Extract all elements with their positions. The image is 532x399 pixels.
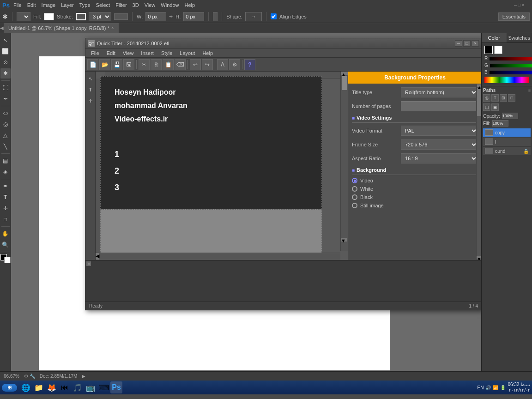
paths-tool2[interactable]: T bbox=[491, 94, 499, 102]
taskbar-video-icon[interactable]: 📺 bbox=[85, 381, 97, 393]
qt-frame-size-select[interactable]: 720 x 576 bbox=[401, 139, 478, 150]
qt-select-tool[interactable]: ↖ bbox=[85, 73, 96, 84]
pen-tool[interactable]: ✒ bbox=[0, 181, 11, 191]
qt-copy-btn[interactable]: ⎘ bbox=[151, 59, 162, 70]
qt-menu-insert[interactable]: Insert bbox=[137, 48, 157, 58]
qt-props-scroll-down[interactable]: ▼ bbox=[477, 256, 481, 259]
menu-file[interactable]: File bbox=[13, 2, 22, 8]
layer-item-l[interactable]: l bbox=[483, 138, 531, 146]
qt-menu-style[interactable]: Style bbox=[157, 48, 176, 58]
paths-tool5[interactable]: ◫ bbox=[483, 103, 490, 111]
qt-new-btn[interactable]: 📄 bbox=[87, 59, 98, 70]
stroke-style[interactable] bbox=[114, 13, 128, 20]
qt-maximize-btn[interactable]: □ bbox=[463, 40, 471, 47]
crop-tool[interactable]: ⛶ bbox=[0, 83, 11, 93]
qt-save-btn[interactable]: 💾 bbox=[111, 59, 122, 70]
qt-props-scroll-up[interactable]: ▲ bbox=[477, 85, 482, 87]
zoom-tool[interactable]: 🔍 bbox=[0, 240, 11, 250]
taskbar-music-icon[interactable]: 🎵 bbox=[72, 381, 84, 393]
qt-canvas-black[interactable]: Hoseyn Hadipoor mohammad Anvaran Video-e… bbox=[100, 76, 322, 209]
tabs-scroll-left[interactable]: ◀ bbox=[0, 23, 4, 33]
layer-item-copy[interactable]: copy bbox=[483, 128, 531, 137]
clone-tool[interactable]: ◎ bbox=[0, 119, 11, 129]
color-tab[interactable]: Color bbox=[482, 33, 507, 42]
qt-scroll-down-btn[interactable]: ▼ bbox=[341, 238, 347, 242]
layer-item-ound[interactable]: ound 🔒 bbox=[483, 147, 531, 155]
qt-help-btn[interactable]: ? bbox=[244, 59, 255, 70]
paths-tool3[interactable]: ⊞ bbox=[500, 94, 507, 102]
qt-type-tool[interactable]: T bbox=[85, 85, 96, 95]
taskbar-volume-icon[interactable]: 🔊 bbox=[485, 385, 491, 390]
qt-move-tool[interactable]: ✛ bbox=[85, 96, 96, 106]
taskbar-clock[interactable]: 06:32 ب.ظ ۲۰۱۴/۱۲/۰۲ bbox=[508, 381, 530, 393]
qt-open-btn[interactable]: 📂 bbox=[99, 59, 110, 70]
menu-3d[interactable]: 3D bbox=[133, 2, 139, 8]
menu-image[interactable]: Image bbox=[42, 2, 56, 8]
taskbar-ie-icon[interactable]: 🌐 bbox=[20, 381, 32, 393]
qt-aspect-ratio-select[interactable]: 16 : 9 bbox=[401, 153, 478, 163]
qt-props-scrollbar[interactable]: ▲ ▼ bbox=[476, 84, 481, 260]
g-slider[interactable] bbox=[490, 64, 532, 67]
qt-bg-black-radio[interactable] bbox=[352, 194, 357, 200]
paths-tool4[interactable]: □ bbox=[508, 94, 515, 102]
qt-scroll-thumb[interactable] bbox=[342, 76, 347, 90]
qt-menu-view[interactable]: View bbox=[119, 48, 138, 58]
b-slider[interactable] bbox=[490, 71, 532, 74]
qt-bottom-close-btn[interactable]: × bbox=[86, 261, 91, 266]
taskbar-battery-icon[interactable]: 🔋 bbox=[500, 385, 506, 390]
qt-delete-btn[interactable]: ⌫ bbox=[175, 59, 186, 70]
taskbar-network-icon[interactable]: 📶 bbox=[493, 385, 498, 390]
arrow-icon[interactable]: ▶ bbox=[82, 374, 85, 379]
menu-window[interactable]: Window bbox=[161, 2, 179, 8]
qt-scrollbar-vertical[interactable]: ▲ ▼ bbox=[340, 72, 348, 251]
menu-type[interactable]: Type bbox=[79, 2, 91, 8]
qt-save-as-btn[interactable]: 🖫 bbox=[123, 59, 134, 70]
qt-bg-white-radio[interactable] bbox=[352, 186, 357, 192]
essentials-button[interactable]: Essentials bbox=[498, 12, 530, 21]
qt-title-type-select[interactable]: Roll(from bottom) bbox=[401, 87, 478, 97]
paths-tool1[interactable]: ◎ bbox=[483, 94, 490, 102]
menu-filter[interactable]: Filter bbox=[115, 2, 127, 8]
status-icons[interactable]: ⚙ 🔧 bbox=[24, 374, 35, 379]
qt-paste-btn[interactable]: 📋 bbox=[163, 59, 174, 70]
marquee-tool[interactable]: ⬜ bbox=[0, 46, 11, 56]
menu-select[interactable]: Select bbox=[96, 2, 110, 8]
move-tool[interactable]: ↖ bbox=[0, 35, 11, 45]
brush-tool[interactable]: ⬭ bbox=[0, 108, 11, 118]
qt-menu-file[interactable]: File bbox=[87, 48, 103, 58]
menu-layer[interactable]: Layer bbox=[61, 2, 74, 8]
gradient-tool[interactable]: ▤ bbox=[0, 156, 11, 166]
qt-num-pages-input[interactable] bbox=[401, 101, 478, 111]
w-input[interactable] bbox=[145, 12, 166, 21]
quick-select-tool[interactable]: ✱ bbox=[0, 68, 11, 79]
path-select[interactable]: ✛ bbox=[0, 203, 11, 213]
menu-help[interactable]: Help bbox=[184, 2, 195, 8]
type-tool[interactable]: T bbox=[0, 192, 11, 202]
qt-video-format-select[interactable]: PAL bbox=[401, 126, 478, 136]
stroke-swatch[interactable] bbox=[76, 13, 86, 20]
taskbar-keyboard-icon[interactable]: ⌨ bbox=[97, 381, 109, 393]
qt-menu-help[interactable]: Help bbox=[199, 48, 217, 58]
align-edges-check[interactable] bbox=[271, 13, 277, 19]
history-brush[interactable]: △ bbox=[0, 130, 11, 140]
menu-edit[interactable]: Edit bbox=[27, 2, 36, 8]
taskbar-firefox-icon[interactable]: 🦊 bbox=[46, 381, 58, 393]
qt-undo-btn[interactable]: ↩ bbox=[190, 59, 201, 70]
shape-type[interactable]: → bbox=[245, 12, 262, 21]
qt-menu-layout[interactable]: Layout bbox=[176, 48, 199, 58]
qt-close-btn[interactable]: × bbox=[472, 40, 479, 47]
fill-swatch[interactable] bbox=[44, 13, 54, 20]
qt-menu-edit[interactable]: Edit bbox=[103, 48, 119, 58]
lasso-tool[interactable]: ⊙ bbox=[0, 57, 11, 67]
qt-scroll-left-btn[interactable]: ◀ bbox=[96, 253, 99, 260]
fill-input[interactable] bbox=[492, 120, 508, 127]
qt-props-scroll-thumb[interactable] bbox=[477, 88, 482, 116]
qt-settings-btn[interactable]: ⚙ bbox=[229, 59, 240, 70]
opacity-input[interactable] bbox=[502, 113, 518, 119]
bg-color-display[interactable] bbox=[494, 46, 502, 54]
taskbar-lang[interactable]: EN bbox=[478, 385, 484, 390]
stroke-size-select[interactable]: 3 pt bbox=[89, 12, 111, 21]
document-tab[interactable]: Untitled-1 @ 66.7% (Shape 1 copy, RGB/8)… bbox=[4, 23, 119, 33]
hand-tool[interactable]: ✋ bbox=[0, 229, 11, 239]
start-button[interactable]: ⊞ bbox=[2, 384, 17, 392]
